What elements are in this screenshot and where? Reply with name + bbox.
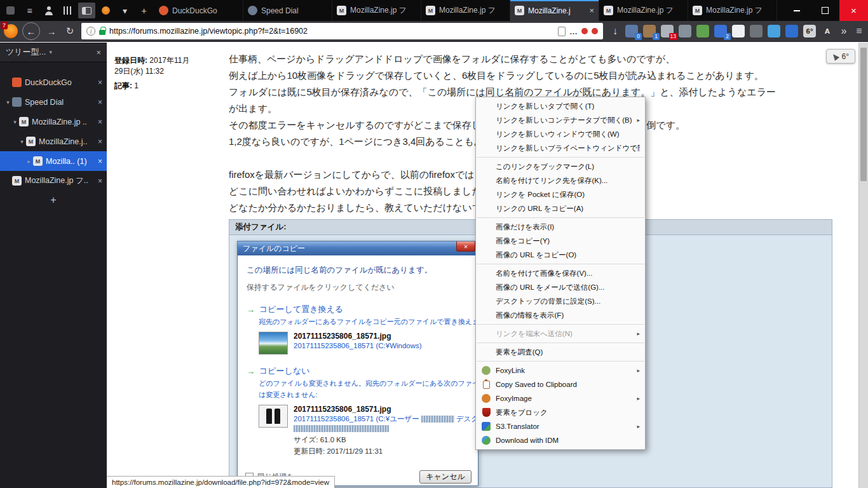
ghost-extension-icon[interactable] (732, 25, 745, 37)
context-menu-item[interactable]: Download with IDM (476, 433, 645, 447)
extension-9-icon[interactable] (768, 25, 780, 37)
menu-item-label: リンクを新しいプライベートウィンドウで開く(P) (496, 144, 640, 153)
scrollbar-thumb[interactable] (860, 48, 867, 181)
tab-close-icon[interactable]: × (98, 177, 102, 186)
context-menu-item[interactable]: FoxyLink▸ (476, 363, 645, 377)
tab-close-icon[interactable]: × (98, 118, 102, 126)
browser-tab[interactable]: MMozillaZine.jp フ (599, 0, 688, 21)
menu-item-label: リンクを新しいコンテナータブで開く(B) (496, 116, 633, 125)
browser-tab[interactable]: MMozillaZine.jp フ (688, 0, 777, 21)
page-info-icon[interactable]: i (86, 27, 95, 36)
sidebar-tab[interactable]: ▾Speed Dial× (0, 92, 107, 112)
context-menu-item[interactable]: 名前を付けて画像を保存(V)... (476, 266, 645, 280)
tab-close-icon[interactable]: × (98, 78, 102, 87)
extension-1-icon[interactable]: 0 (625, 25, 638, 37)
duckduckgo-favicon (12, 78, 22, 87)
context-menu-item[interactable]: Copy Saved to Clipboard (476, 377, 645, 391)
tab-close-icon[interactable]: × (589, 6, 594, 15)
attached-image[interactable]: ファイルのコピー × この場所には同じ名前のファイルが既にあります。 保持するフ… (237, 241, 478, 486)
sidebar-tab[interactable]: MMozillaZine.jp フ..× (0, 171, 107, 191)
restore-button[interactable] (811, 0, 839, 21)
menu-item-label: リンクを端末へ送信(N) (496, 329, 633, 339)
context-menu-item[interactable]: 画像だけを表示(I) (476, 220, 645, 234)
mozillazine-favicon: M (26, 137, 36, 146)
browser-tab[interactable]: MMozillaZine.jp フ (332, 0, 421, 21)
container-tab-icon[interactable] (97, 3, 114, 18)
sidebar-new-tab-button[interactable]: + (0, 191, 107, 210)
minimize-button[interactable] (782, 0, 811, 21)
context-menu-item[interactable]: 画像の情報を表示(F) (476, 308, 645, 322)
sidebar-tab[interactable]: ▾MMozillaZine.jp ..× (0, 112, 107, 132)
mozillazine-favicon: M (604, 6, 613, 15)
page-actions-icon[interactable]: … (569, 27, 578, 36)
context-menu-item[interactable]: リンクを新しいコンテナータブで開く(B)▸ (476, 113, 645, 127)
pinned-app-icon[interactable] (2, 3, 19, 18)
context-menu-item[interactable]: リンクを新しいタブで開く(T) (476, 99, 645, 113)
account-icon[interactable] (40, 3, 57, 18)
context-menu-item[interactable]: このリンクをブックマーク(L) (476, 159, 645, 173)
weather-overlay-widget[interactable]: 6° (826, 49, 855, 64)
expander-icon[interactable]: ▾ (18, 139, 25, 145)
context-menu-item[interactable]: 要素を調査(Q) (476, 345, 645, 359)
sidebar-tab[interactable]: ▸MMozilla.. (1)× (0, 151, 107, 171)
context-menu-item[interactable]: S3.Translator▸ (476, 419, 645, 433)
mail-extension-icon[interactable]: 13 (661, 25, 674, 37)
new-tab-button[interactable]: + (135, 3, 153, 18)
hamburger-icon[interactable]: ≡ (21, 3, 38, 18)
bookmark-dot-icon[interactable] (592, 28, 598, 34)
context-menu-item[interactable]: リンクを新しいウィンドウで開く(W) (476, 127, 645, 141)
context-menu-item[interactable]: リンクを Pocket に保存(O) (476, 187, 645, 201)
extension-2-icon[interactable]: 1 (643, 25, 656, 37)
context-menu-item[interactable]: 要素をブロック (476, 405, 645, 419)
reader-mode-icon[interactable] (558, 27, 566, 36)
browser-tab[interactable]: MMozillaZine.j× (510, 0, 599, 21)
dialog-close-icon: × (456, 241, 475, 252)
extension-4-icon[interactable] (679, 25, 691, 37)
forward-button[interactable]: → (44, 26, 58, 37)
extension-8-icon[interactable] (750, 25, 763, 37)
browser-tab[interactable]: DuckDuckGo (154, 0, 243, 21)
reload-button[interactable]: ↻ (63, 25, 77, 37)
context-menu-item[interactable]: 画像をコピー(Y) (476, 234, 645, 248)
weather-extension-icon[interactable]: 6° (803, 25, 816, 37)
url-bar[interactable]: i https://forums.mozillazine.jp/viewtopi… (81, 23, 603, 39)
url-text[interactable]: https://forums.mozillazine.jp/viewtopic.… (109, 27, 554, 36)
sidebar-close-icon[interactable]: × (96, 48, 101, 57)
pocket-icon[interactable] (581, 28, 588, 34)
sidebar-switcher-chevron-icon[interactable]: ▾ (49, 49, 52, 55)
sidebar-tab[interactable]: ▾MMozillaZine.j..× (0, 132, 107, 151)
books-icon (64, 6, 72, 15)
https-lock-icon[interactable] (99, 30, 105, 35)
close-window-button[interactable]: × (839, 0, 868, 21)
tab-close-icon[interactable]: × (98, 98, 102, 107)
context-menu-item[interactable]: FoxyImage▸ (476, 391, 645, 405)
browser-tab[interactable]: MMozillaZine.jp フ (421, 0, 510, 21)
sidebar-toggle-icon[interactable] (78, 3, 95, 18)
vertical-scrollbar[interactable] (858, 43, 868, 488)
extension-6-icon[interactable]: 2 (714, 25, 727, 37)
context-menu-item[interactable]: リンクを新しいプライベートウィンドウで開く(P) (476, 141, 645, 155)
library-icon[interactable] (59, 3, 76, 18)
context-menu-item[interactable]: 画像の URL をコピー(O) (476, 248, 645, 262)
context-menu-item[interactable]: 画像の URL をメールで送信(G)... (476, 280, 645, 294)
tab-close-icon[interactable]: × (98, 137, 102, 146)
browser-tab[interactable]: Speed Dial (243, 0, 332, 21)
context-menu-item[interactable]: 名前を付けてリンク先を保存(K)... (476, 173, 645, 187)
sidebar-tab[interactable]: DuckDuckGo× (0, 72, 107, 92)
expander-icon[interactable]: ▸ (25, 158, 32, 165)
context-menu-item[interactable]: リンクの URL をコピー(A) (476, 201, 645, 215)
firefox-extension-icon[interactable]: 7 (4, 24, 18, 38)
overflow-icon[interactable]: » (839, 25, 849, 37)
expander-icon[interactable]: ▾ (4, 99, 11, 105)
leaf-extension-icon[interactable] (696, 25, 709, 37)
back-button[interactable]: ← (22, 22, 40, 40)
expander-icon[interactable]: ▾ (11, 119, 18, 125)
context-menu-item[interactable]: デスクトップの背景に設定(S)... (476, 294, 645, 308)
tab-close-icon[interactable]: × (98, 157, 102, 166)
text-tool-icon[interactable]: A (821, 25, 834, 37)
idm-glyph (482, 436, 491, 445)
download-icon[interactable]: ↓ (610, 25, 620, 37)
tab-list-chevron-icon[interactable]: ▾ (116, 3, 133, 18)
app-menu-icon[interactable]: ≡ (854, 25, 864, 37)
translator-extension-icon[interactable] (785, 25, 798, 37)
